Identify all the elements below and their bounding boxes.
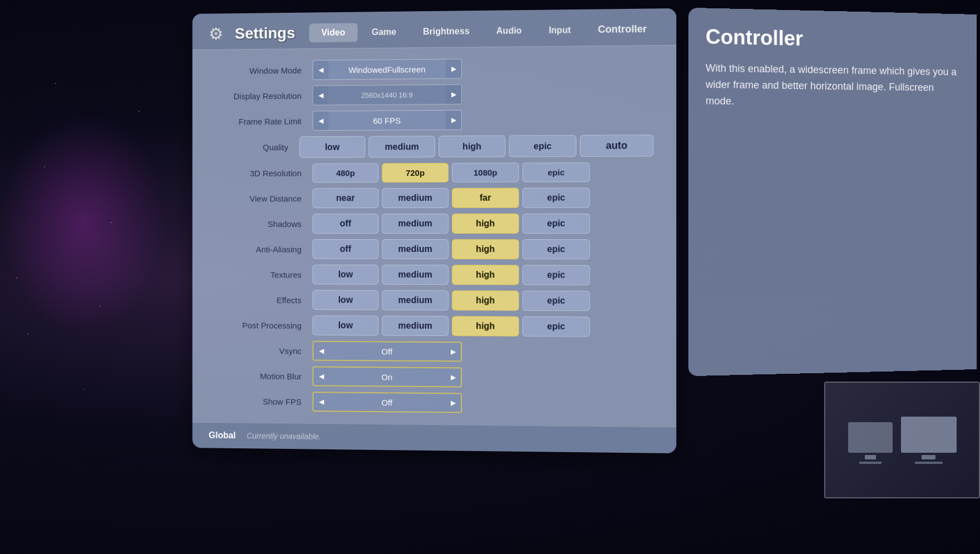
- tab-game[interactable]: Game: [360, 22, 408, 42]
- anti-aliasing-btn-high[interactable]: high: [452, 239, 519, 259]
- motion-blur-value: On: [329, 372, 445, 382]
- window-mode-right-arrow[interactable]: ▶: [446, 60, 461, 78]
- anti-aliasing-btn-medium[interactable]: medium: [382, 239, 449, 259]
- effects-btn-low[interactable]: low: [312, 290, 378, 310]
- effects-btn-medium[interactable]: medium: [382, 290, 449, 310]
- motion-blur-control: ◀ On ▶: [312, 366, 462, 387]
- right-panel: Controller With this enabled, a widescre…: [688, 8, 977, 377]
- vsync-left-arrow[interactable]: ◀: [313, 342, 329, 360]
- post-processing-btn-low[interactable]: low: [312, 315, 378, 335]
- display-resolution-value: 2560x1440 16:9: [328, 90, 446, 99]
- monitor-left: [848, 422, 893, 453]
- footer-global-label: Global: [209, 431, 236, 441]
- res-btn-1080p[interactable]: 1080p: [452, 162, 519, 182]
- display-resolution-label: Display Resolution: [214, 91, 313, 101]
- 3d-resolution-label: 3D Resolution: [214, 169, 313, 178]
- vsync-control: ◀ Off ▶: [312, 341, 462, 362]
- res-btn-epic[interactable]: epic: [523, 162, 590, 182]
- window-mode-left-arrow[interactable]: ◀: [313, 61, 328, 80]
- frame-rate-value: 60 FPS: [328, 115, 446, 125]
- display-resolution-left-arrow[interactable]: ◀: [313, 86, 328, 105]
- view-distance-btn-near[interactable]: near: [312, 188, 378, 208]
- show-fps-value: Off: [329, 397, 445, 408]
- tab-input[interactable]: Input: [536, 21, 583, 40]
- tab-brightness[interactable]: Brightness: [411, 22, 482, 41]
- shadows-btn-high[interactable]: high: [452, 214, 519, 234]
- footer-status-text: Currently unavailable.: [247, 431, 321, 441]
- panel-footer: Global Currently unavailable.: [193, 422, 677, 453]
- shadows-btn-epic[interactable]: epic: [523, 214, 590, 234]
- effects-label: Effects: [214, 295, 313, 304]
- show-fps-left-arrow[interactable]: ◀: [313, 393, 329, 410]
- effects-row: Effects low medium high epic: [214, 290, 654, 311]
- window-mode-control: ◀ WindowedFullscreen ▶: [312, 59, 462, 80]
- nebula-decoration: [0, 111, 167, 334]
- view-distance-btn-epic[interactable]: epic: [523, 187, 590, 207]
- textures-btn-high[interactable]: high: [452, 265, 519, 285]
- post-processing-btn-high[interactable]: high: [452, 316, 519, 337]
- res-btn-720p[interactable]: 720p: [382, 163, 449, 182]
- post-processing-btn-medium[interactable]: medium: [382, 316, 449, 337]
- vsync-row: Vsync ◀ Off ▶: [214, 340, 654, 363]
- anti-aliasing-btn-epic[interactable]: epic: [523, 239, 590, 259]
- shadows-btn-medium[interactable]: medium: [382, 214, 449, 234]
- res-btn-480p[interactable]: 480p: [312, 163, 378, 182]
- tab-video[interactable]: Video: [309, 23, 357, 42]
- 3d-resolution-row: 3D Resolution 480p 720p 1080p epic: [214, 162, 654, 183]
- frame-rate-label: Frame Rate Limit: [214, 116, 313, 126]
- motion-blur-left-arrow[interactable]: ◀: [313, 367, 329, 385]
- show-fps-label: Show FPS: [214, 396, 313, 406]
- vsync-right-arrow[interactable]: ▶: [445, 343, 461, 360]
- view-distance-btn-medium[interactable]: medium: [382, 188, 449, 208]
- textures-btn-low[interactable]: low: [312, 265, 378, 285]
- post-processing-buttons: low medium high epic: [312, 315, 590, 337]
- textures-btn-epic[interactable]: epic: [523, 265, 590, 285]
- shadows-btn-off[interactable]: off: [312, 214, 378, 234]
- motion-blur-row: Motion Blur ◀ On ▶: [214, 365, 654, 389]
- shadows-buttons: off medium high epic: [312, 214, 590, 234]
- monitor-right: [901, 417, 957, 453]
- show-fps-row: Show FPS ◀ Off ▶: [214, 391, 654, 415]
- textures-buttons: low medium high epic: [312, 265, 590, 285]
- tab-controller[interactable]: Controller: [585, 19, 659, 41]
- effects-btn-epic[interactable]: epic: [523, 291, 590, 311]
- vsync-value: Off: [329, 346, 445, 356]
- view-distance-row: View Distance near medium far epic: [214, 187, 654, 208]
- show-fps-control: ◀ Off ▶: [312, 392, 462, 413]
- display-resolution-control: ◀ 2560x1440 16:9 ▶: [312, 85, 462, 106]
- effects-btn-high[interactable]: high: [452, 290, 519, 311]
- shadows-label: Shadows: [214, 219, 313, 229]
- quality-buttons: low medium high epic auto: [299, 135, 654, 158]
- post-processing-label: Post Processing: [214, 320, 313, 330]
- window-mode-label: Window Mode: [214, 65, 313, 75]
- 3d-resolution-buttons: 480p 720p 1080p epic: [312, 162, 590, 183]
- settings-title-group: ⚙ Settings: [209, 23, 309, 44]
- shadows-row: Shadows off medium high epic: [214, 214, 654, 234]
- view-distance-btn-far[interactable]: far: [452, 188, 519, 208]
- display-resolution-row: Display Resolution ◀ 2560x1440 16:9 ▶: [214, 83, 654, 106]
- textures-row: Textures low medium high epic: [214, 264, 654, 285]
- show-fps-right-arrow[interactable]: ▶: [445, 394, 461, 412]
- textures-btn-medium[interactable]: medium: [382, 265, 449, 285]
- view-distance-label: View Distance: [214, 194, 313, 203]
- display-resolution-right-arrow[interactable]: ▶: [446, 85, 461, 104]
- vsync-label: Vsync: [214, 345, 313, 355]
- quality-btn-medium[interactable]: medium: [368, 136, 435, 157]
- post-processing-btn-epic[interactable]: epic: [523, 316, 590, 337]
- quality-btn-auto[interactable]: auto: [580, 135, 653, 157]
- quality-btn-low[interactable]: low: [299, 136, 366, 158]
- gear-icon: ⚙: [209, 23, 228, 43]
- motion-blur-label: Motion Blur: [214, 371, 313, 381]
- tab-audio[interactable]: Audio: [484, 21, 534, 40]
- frame-rate-right-arrow[interactable]: ▶: [446, 111, 461, 130]
- frame-rate-left-arrow[interactable]: ◀: [313, 111, 328, 130]
- motion-blur-right-arrow[interactable]: ▶: [445, 368, 461, 386]
- webcam-inner: [825, 383, 979, 497]
- post-processing-row: Post Processing low medium high epic: [214, 315, 654, 337]
- page-title: Settings: [235, 24, 295, 42]
- quality-btn-high[interactable]: high: [439, 135, 505, 157]
- quality-btn-epic[interactable]: epic: [509, 135, 576, 157]
- view-distance-buttons: near medium far epic: [312, 187, 590, 208]
- monitor-display: [848, 417, 957, 464]
- anti-aliasing-btn-off[interactable]: off: [312, 239, 378, 259]
